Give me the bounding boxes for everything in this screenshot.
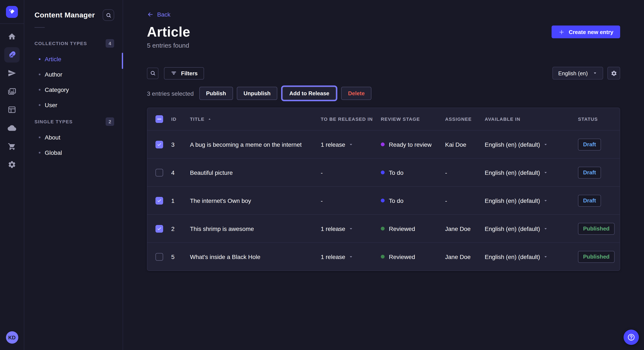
cell-to-be-released-in: -: [321, 197, 323, 204]
table-row[interactable]: 4Beautiful picture-To do-English (en) (d…: [147, 158, 620, 186]
layout-icon: [8, 105, 16, 114]
search-icon: [106, 12, 112, 18]
settings-gear-button[interactable]: [607, 67, 620, 80]
column-header[interactable]: ID: [171, 117, 176, 122]
divider: [34, 27, 45, 28]
cell-available-in: English (en) (default): [485, 253, 540, 260]
rail-item-marketplace[interactable]: [4, 139, 20, 154]
unpublish-button[interactable]: Unpublish: [236, 87, 277, 100]
rail-item-content-manager[interactable]: [4, 47, 20, 62]
table-row[interactable]: 3A bug is becoming a meme on the interne…: [147, 131, 620, 158]
column-header[interactable]: TITLE: [190, 117, 204, 122]
chevron-down-icon: [544, 255, 548, 259]
review-stage-dot: [381, 143, 384, 146]
cell-title: A bug is becoming a meme on the internet: [190, 141, 302, 148]
chevron-down-icon: [544, 170, 548, 175]
search-entries-button[interactable]: [147, 67, 158, 79]
create-new-entry-label: Create new entry: [568, 29, 613, 35]
status-badge: Draft: [578, 138, 601, 150]
back-label: Back: [157, 11, 170, 18]
rail-item-deploy[interactable]: [4, 120, 20, 136]
cell-id: 2: [171, 225, 175, 232]
home-icon: [8, 32, 16, 41]
select-all-checkbox[interactable]: [156, 115, 163, 123]
cell-id: 1: [171, 197, 175, 204]
strapi-logo[interactable]: [6, 6, 18, 18]
cart-icon: [8, 142, 16, 151]
cell-id: 4: [171, 169, 175, 176]
rail-item-content-type-builder[interactable]: [4, 102, 20, 117]
indeterminate-dash-icon: [157, 119, 162, 120]
section-count-badge: 4: [106, 39, 114, 48]
table-row[interactable]: 2This shrimp is awesome1 releaseReviewed…: [147, 214, 620, 242]
sidebar-item-global[interactable]: Global: [34, 145, 114, 160]
filters-label: Filters: [181, 70, 198, 76]
sidebar-item-author[interactable]: Author: [34, 67, 114, 82]
cell-assignee: -: [445, 169, 447, 176]
toolbar: Filters English (en): [147, 67, 620, 80]
publish-button[interactable]: Publish: [199, 87, 233, 100]
help-button[interactable]: [624, 330, 639, 345]
checkmark-icon: [157, 198, 162, 203]
cell-title: Beautiful picture: [190, 169, 233, 176]
rail-item-media-library[interactable]: [4, 84, 20, 99]
rail-item-releases[interactable]: [4, 65, 20, 81]
sidebar-item-label: User: [45, 102, 57, 108]
sidebar-item-user[interactable]: User: [34, 97, 114, 113]
bulk-actions-bar: 3 entries selected Publish Unpublish Add…: [147, 87, 620, 100]
review-stage-dot: [381, 255, 384, 259]
row-checkbox[interactable]: [156, 225, 163, 232]
cell-assignee: Jane Doe: [445, 225, 471, 232]
back-link[interactable]: Back: [147, 11, 170, 18]
checkmark-icon: [157, 142, 162, 147]
chevron-down-icon: [348, 255, 353, 259]
user-avatar[interactable]: KD: [6, 331, 18, 344]
sidebar-item-about[interactable]: About: [34, 130, 114, 145]
feather-icon: [8, 51, 16, 59]
sidebar-item-article[interactable]: Article: [34, 51, 114, 67]
strapi-logo-icon: [8, 8, 16, 16]
status-badge: Published: [578, 251, 614, 263]
review-stage-dot: [381, 171, 384, 174]
checkmark-icon: [157, 226, 162, 231]
search-icon: [150, 70, 156, 76]
cell-to-be-released-in: 1 release: [321, 225, 345, 232]
icon-rail: KD: [0, 0, 24, 350]
delete-button[interactable]: Delete: [341, 87, 372, 100]
cell-review-stage: Reviewed: [389, 225, 415, 232]
bullet-icon: [39, 104, 40, 106]
chevron-down-icon: [544, 198, 548, 203]
row-checkbox[interactable]: [156, 169, 163, 176]
column-header: AVAILABLE IN: [485, 117, 520, 122]
create-new-entry-button[interactable]: Create new entry: [552, 25, 620, 38]
table-row[interactable]: 1The internet's Own boy-To do-English (e…: [147, 186, 620, 214]
rail-item-settings[interactable]: [4, 157, 20, 172]
filters-button[interactable]: Filters: [164, 67, 204, 79]
locale-selector[interactable]: English (en): [552, 67, 603, 80]
sidebar-item-label: Article: [45, 56, 61, 62]
sidebar-item-label: Author: [45, 71, 62, 78]
row-checkbox[interactable]: [156, 197, 163, 204]
plus-icon: [558, 29, 565, 35]
chevron-down-icon: [348, 142, 353, 147]
chevron-down-icon: [593, 71, 597, 75]
column-header: STATUS: [578, 117, 598, 122]
row-checkbox[interactable]: [156, 141, 163, 148]
bullet-icon: [39, 58, 40, 60]
selection-summary: 3 entries selected: [147, 90, 194, 97]
arrow-left-icon: [147, 11, 154, 18]
strapi-admin-app: KD Content Manager COLLECTION TYPES4Arti…: [0, 0, 644, 350]
table-header-row: IDTITLETO BE RELEASED INREVIEW STAGEASSI…: [147, 108, 620, 131]
add-to-release-button[interactable]: Add to Release: [282, 87, 336, 100]
search-button[interactable]: [103, 9, 114, 21]
cell-assignee: -: [445, 197, 447, 204]
cell-id: 3: [171, 141, 175, 148]
chevron-down-icon: [544, 142, 548, 147]
status-badge: Draft: [578, 167, 601, 178]
chevron-down-icon: [544, 226, 548, 231]
table-row[interactable]: 5What's inside a Black Hole1 releaseRevi…: [147, 242, 620, 270]
row-checkbox[interactable]: [156, 253, 163, 260]
sidebar-item-category[interactable]: Category: [34, 82, 114, 97]
cell-title: This shrimp is awesome: [190, 225, 254, 232]
rail-item-home[interactable]: [4, 29, 20, 44]
